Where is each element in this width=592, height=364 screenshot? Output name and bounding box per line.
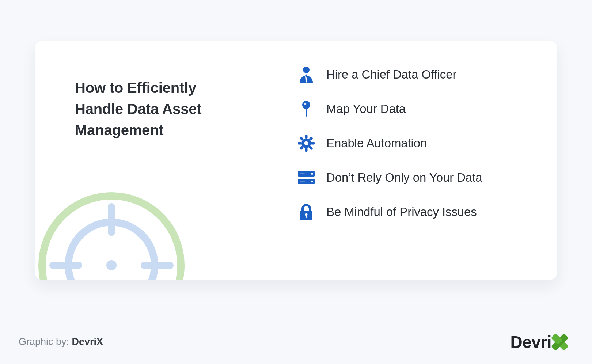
list-item: Enable Automation <box>298 135 535 152</box>
server-icon <box>298 169 315 186</box>
card-left-column: How to Efficiently Handle Data Asset Man… <box>35 41 261 280</box>
list-item: Hire a Chief Data Officer <box>298 66 535 83</box>
credit-prefix: Graphic by: <box>19 336 72 347</box>
card-heading: How to Efficiently Handle Data Asset Man… <box>75 77 247 141</box>
lock-icon <box>298 204 315 220</box>
devrix-logo: Devri <box>510 332 570 352</box>
list-item: Be Mindful of Privacy Issues <box>298 204 535 220</box>
svg-rect-25 <box>300 173 305 174</box>
list-item-label: Enable Automation <box>326 136 427 150</box>
credit-line: Graphic by: DevriX <box>19 336 103 348</box>
svg-point-6 <box>106 260 117 270</box>
footer: Graphic by: DevriX Devri <box>0 320 592 364</box>
svg-rect-10 <box>306 109 307 117</box>
svg-point-7 <box>303 67 310 73</box>
logo-text: Devri <box>510 332 551 352</box>
credit-brand: DevriX <box>72 336 103 347</box>
list-item: Don’t Rely Only on Your Data <box>298 169 535 186</box>
svg-point-24 <box>311 181 313 182</box>
svg-point-8 <box>302 101 310 109</box>
stage: How to Efficiently Handle Data Asset Man… <box>0 0 592 320</box>
svg-rect-26 <box>300 181 305 182</box>
svg-rect-13 <box>305 148 308 152</box>
card-right-column: Hire a Chief Data Officer Map Your Data <box>261 41 557 280</box>
list-item-label: Don’t Rely Only on Your Data <box>326 171 482 185</box>
map-pin-icon <box>298 101 315 117</box>
svg-rect-29 <box>306 215 307 218</box>
list-item: Map Your Data <box>298 101 535 117</box>
svg-point-20 <box>304 141 308 145</box>
svg-point-0 <box>42 196 181 280</box>
person-tie-icon <box>298 66 315 83</box>
svg-rect-12 <box>305 135 308 139</box>
target-decor-icon <box>35 185 192 280</box>
svg-point-23 <box>311 173 313 175</box>
list-item-label: Be Mindful of Privacy Issues <box>326 205 477 219</box>
svg-point-1 <box>68 222 155 280</box>
svg-point-9 <box>304 102 306 105</box>
logo-x-icon <box>550 332 570 352</box>
graphic-frame: How to Efficiently Handle Data Asset Man… <box>0 0 592 364</box>
gear-icon <box>298 135 315 152</box>
list-item-label: Map Your Data <box>326 102 406 116</box>
info-card: How to Efficiently Handle Data Asset Man… <box>35 41 557 280</box>
svg-rect-15 <box>311 142 315 144</box>
svg-rect-14 <box>298 142 301 144</box>
list-item-label: Hire a Chief Data Officer <box>326 68 456 81</box>
